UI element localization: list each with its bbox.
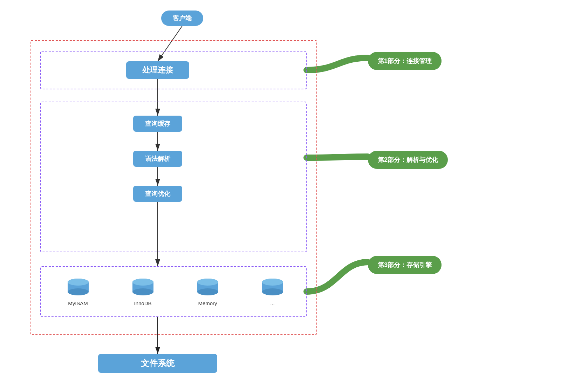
svg-point-23 [262,279,283,286]
memory-engine: Memory [194,277,222,306]
annotation-parse: 第2部分：解析与优化 [368,151,448,169]
svg-point-10 [68,288,89,295]
diagram-container: 客户端 处理连接 查询缓存 语法解析 查询优化 MyISAM [0,0,588,390]
query-cache-node: 查询缓存 [133,116,182,132]
annotation-connection: 第1部分：连接管理 [368,52,442,70]
query-optimize-node: 查询优化 [133,186,182,202]
myisam-engine: MyISAM [64,277,92,306]
innodb-icon [129,277,157,298]
svg-point-18 [197,288,218,295]
innodb-engine: InnoDB [129,277,157,306]
svg-point-19 [197,279,218,286]
svg-point-22 [262,288,283,295]
innodb-label: InnoDB [134,300,151,306]
storage-engines-container: MyISAM InnoDB Memory [46,272,305,312]
process-connection-node: 处理连接 [126,61,189,79]
svg-point-11 [68,279,89,286]
myisam-label: MyISAM [68,300,88,306]
filesystem-node: 文件系统 [98,354,217,373]
syntax-parse-node: 语法解析 [133,151,182,167]
other-icon [259,277,287,298]
myisam-icon [64,277,92,298]
memory-label: Memory [198,300,217,306]
client-node: 客户端 [161,11,203,26]
svg-point-14 [132,288,153,295]
annotation-storage: 第3部分：存储引擎 [368,256,442,274]
memory-icon [194,277,222,298]
other-engine: ... [259,277,287,306]
other-label: ... [270,300,275,306]
svg-point-15 [132,279,153,286]
